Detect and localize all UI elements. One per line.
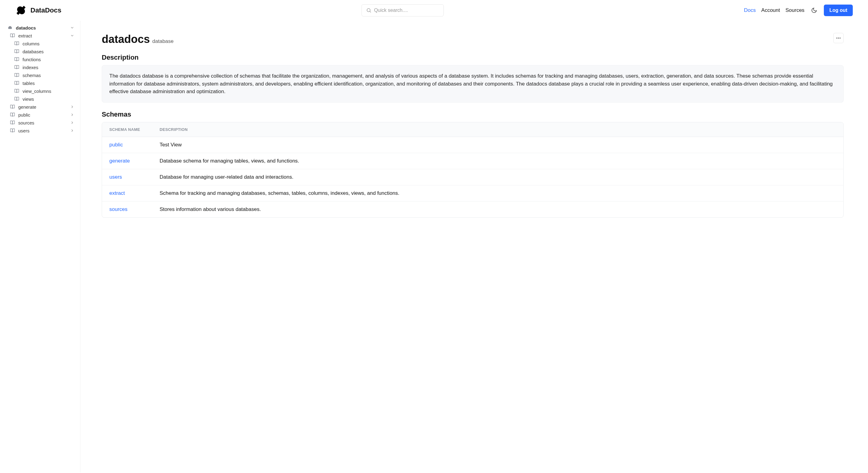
schema-desc-cell: Test View [152,137,843,153]
brand-logo[interactable]: DataDocs [15,5,61,16]
search-container [67,4,738,16]
th-description: Description [152,122,843,137]
book-icon [14,65,20,70]
schema-link-generate[interactable]: generate [109,158,130,164]
chevron-right-icon[interactable] [70,104,74,109]
svg-point-4 [838,38,839,39]
table-row: sourcesStores information about various … [102,202,843,217]
table-row: usersDatabase for managing user-related … [102,169,843,185]
sidebar-item-columns[interactable]: columns [5,40,76,47]
svg-point-3 [836,38,837,39]
logout-button[interactable]: Log out [824,5,853,16]
sidebar-item-tables[interactable]: tables [5,79,76,87]
app-header: DataDocs Docs Account Sources Log out [0,0,868,21]
book-icon [10,104,15,109]
sidebar-root-label: datadocs [16,25,67,30]
book-icon [10,120,15,125]
sidebar-root-datadocs[interactable]: datadocs [5,24,76,32]
book-icon [14,80,20,86]
schema-name-cell: generate [102,153,152,169]
chevron-right-icon[interactable] [70,128,74,133]
nav-docs[interactable]: Docs [744,7,756,13]
schema-desc-cell: Database for managing user-related data … [152,169,843,185]
schema-name-cell: sources [102,202,152,217]
sidebar-item-schemas[interactable]: schemas [5,71,76,79]
sidebar-item-indexes[interactable]: indexes [5,63,76,71]
search-icon [366,8,372,13]
elephant-icon [7,25,13,30]
sidebar-item-label: views [23,97,74,102]
schema-desc-cell: Schema for tracking and managing databas… [152,185,843,201]
book-icon [14,72,20,78]
brand-name: DataDocs [30,6,61,14]
sidebar-item-extract[interactable]: extract [5,32,76,40]
page-title-wrap: datadocs database [102,33,174,46]
schema-link-public[interactable]: public [109,142,123,147]
chevron-right-icon[interactable] [70,120,74,125]
sidebar-item-label: functions [23,57,74,62]
dots-horizontal-icon [836,35,841,41]
book-icon [14,49,20,54]
svg-line-2 [370,11,371,12]
book-icon [10,33,15,38]
sidebar-item-label: extract [18,33,67,38]
sidebar-item-databases[interactable]: databases [5,47,76,56]
search-input[interactable] [374,8,439,13]
book-icon [10,112,15,117]
page-title: datadocs [102,33,150,46]
table-row: generateDatabase schema for managing tab… [102,153,843,169]
svg-point-5 [840,38,841,39]
schemas-heading: Schemas [102,110,844,119]
page-subtitle: database [152,38,174,44]
sidebar-item-views[interactable]: views [5,95,76,103]
chevron-down-icon[interactable] [70,33,74,38]
description-heading: Description [102,54,844,62]
sidebar-item-functions[interactable]: functions [5,56,76,63]
schema-link-users[interactable]: users [109,174,122,180]
sidebar-item-label: schemas [23,73,74,78]
book-icon [14,96,20,102]
sidebar-item-label: databases [23,49,74,54]
nav-links: Docs Account Sources Log out [744,5,853,16]
schema-name-cell: users [102,169,152,185]
sidebar-item-label: indexes [23,65,74,70]
table-row: publicTest View [102,137,843,153]
sidebar: datadocs extractcolumnsdatabasesfunction… [0,21,81,472]
sidebar-item-label: columns [23,41,74,46]
theme-toggle[interactable] [810,7,818,13]
book-icon [14,41,20,46]
sidebar-item-users[interactable]: users [5,127,76,135]
schema-name-cell: extract [102,185,152,201]
nav-account[interactable]: Account [762,7,780,13]
sidebar-item-label: tables [23,81,74,86]
sidebar-item-label: public [18,112,67,117]
sidebar-item-generate[interactable]: generate [5,103,76,111]
schema-desc-cell: Database schema for managing tables, vie… [152,153,843,169]
nav-sources[interactable]: Sources [785,7,804,13]
search-box[interactable] [362,4,444,16]
sidebar-item-view_columns[interactable]: view_columns [5,87,76,95]
table-header: Schema Name Description [102,122,843,137]
sidebar-item-label: view_columns [23,89,74,94]
main-content: datadocs database Description The datado… [81,21,868,472]
chevron-right-icon[interactable] [70,112,74,117]
sidebar-item-label: users [18,128,67,133]
sidebar-item-label: generate [18,104,67,109]
table-row: extractSchema for tracking and managing … [102,185,843,202]
svg-point-1 [367,8,370,12]
sidebar-item-sources[interactable]: sources [5,119,76,127]
schema-name-cell: public [102,137,152,153]
more-menu-button[interactable] [833,33,844,43]
description-box: The datadocs database is a comprehensive… [102,65,844,103]
schema-link-extract[interactable]: extract [109,190,125,196]
book-icon [14,57,20,62]
schema-link-sources[interactable]: sources [109,206,128,212]
schema-desc-cell: Stores information about various databas… [152,202,843,217]
th-schema-name: Schema Name [102,122,152,137]
sidebar-item-public[interactable]: public [5,111,76,119]
sidebar-item-label: sources [18,120,67,125]
book-icon [10,128,15,133]
moon-icon [811,7,817,13]
chevron-down-icon[interactable] [70,25,74,30]
logo-icon [15,5,27,16]
